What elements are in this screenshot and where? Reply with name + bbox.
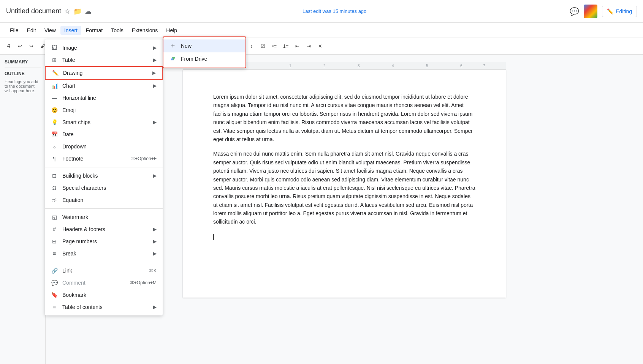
new-drawing-icon: + — [169, 43, 176, 49]
summary-label: SUMMARY — [5, 59, 41, 65]
menu-file[interactable]: File — [6, 26, 22, 35]
line-spacing-button[interactable]: ↕ — [246, 41, 257, 52]
menu-item-comment[interactable]: 💬 Comment ⌘+Option+M — [45, 277, 163, 289]
folder-icon[interactable]: 📁 — [73, 7, 82, 16]
decrease-indent-button[interactable]: ⇤ — [292, 41, 302, 52]
arrow-icon: ▶ — [153, 251, 157, 256]
ruler-mark-5: 5 — [426, 64, 428, 68]
text-cursor — [213, 234, 214, 240]
menu-item-smart-chips[interactable]: 💡 Smart chips ▶ — [45, 116, 163, 128]
menu-item-image[interactable]: 🖼 Image ▶ — [45, 42, 163, 54]
arrow-icon: ▶ — [152, 70, 156, 76]
menu-edit[interactable]: Edit — [23, 26, 40, 35]
arrow-icon: ▶ — [153, 239, 157, 244]
bullet-list-button[interactable]: •≡ — [269, 41, 280, 52]
menu-item-drawing[interactable]: ✏️ Drawing ▶ — [45, 66, 163, 80]
increase-indent-button[interactable]: ⇥ — [303, 41, 314, 52]
title-icons: ☆ 📁 ☁ — [64, 7, 92, 16]
from-drive-icon — [169, 55, 176, 62]
menu-item-emoji[interactable]: 😊 Emoji — [45, 104, 163, 116]
drawing-menu-icon: ✏️ — [52, 69, 59, 76]
special-chars-icon: Ω — [51, 184, 58, 191]
footnote-menu-icon: ¶ — [51, 155, 58, 162]
outline-hint: Headings you add to the document will ap… — [5, 79, 41, 93]
clear-format-button[interactable]: ✕ — [315, 41, 325, 52]
ruler-mark-3: 3 — [358, 64, 360, 68]
hline-menu-icon: — — [51, 95, 58, 101]
redo-icon[interactable]: ↪ — [26, 41, 36, 52]
last-edit-text: Last edit was 15 minutes ago — [302, 8, 366, 14]
headers-footers-icon: # — [51, 226, 58, 233]
smartchips-menu-icon: 💡 — [51, 119, 58, 126]
checklist-button[interactable]: ☑ — [258, 41, 268, 52]
arrow-icon: ▶ — [153, 227, 157, 232]
menu-item-chart[interactable]: 📊 Chart ▶ — [45, 80, 163, 92]
menu-item-break[interactable]: ≡ Break ▶ — [45, 247, 163, 260]
google-apps-icon[interactable] — [584, 5, 597, 18]
undo-icon[interactable]: ↩ — [14, 41, 25, 52]
menu-format[interactable]: Format — [82, 26, 106, 35]
menu-divider-1 — [45, 167, 163, 167]
menu-divider-3 — [45, 262, 163, 262]
arrow-icon: ▶ — [153, 45, 157, 50]
menu-tools[interactable]: Tools — [107, 26, 127, 35]
toc-icon: ≡ — [51, 304, 58, 310]
menu-item-date[interactable]: 📅 Date — [45, 128, 163, 140]
star-icon[interactable]: ☆ — [64, 7, 70, 16]
building-blocks-icon: ⊟ — [51, 172, 58, 179]
menu-item-table[interactable]: ⊞ Table ▶ — [45, 54, 163, 66]
submenu-from-drive[interactable]: From Drive — [163, 52, 245, 65]
menu-help[interactable]: Help — [162, 26, 181, 35]
menu-item-footnote[interactable]: ¶ Footnote ⌘+Option+F — [45, 153, 163, 165]
watermark-icon: ◱ — [51, 214, 58, 221]
comment-icon[interactable]: 💬 — [570, 7, 579, 16]
menu-item-hline[interactable]: — Horizontal line — [45, 92, 163, 104]
arrow-icon: ▶ — [153, 57, 157, 63]
image-menu-icon: 🖼 — [51, 44, 58, 51]
arrow-icon: ▶ — [153, 304, 157, 310]
sidebar: SUMMARY OUTLINE Headings you add to the … — [0, 55, 46, 364]
document-page[interactable]: Lorem ipsum dolor sit amet, consectetur … — [183, 70, 506, 298]
equation-icon: π² — [51, 197, 58, 203]
arrow-icon: ▶ — [153, 173, 157, 178]
bookmark-icon: 🔖 — [51, 292, 58, 298]
menu-item-toc[interactable]: ≡ Table of contents ▶ — [45, 301, 163, 313]
submenu-new[interactable]: + New — [163, 39, 245, 52]
doc-title[interactable]: Untitled document — [6, 7, 61, 15]
numbered-list-button[interactable]: 1≡ — [280, 41, 291, 52]
pencil-icon: ✏️ — [607, 8, 613, 14]
drawing-submenu: + New From Drive — [163, 36, 246, 68]
arrow-icon: ▶ — [153, 120, 157, 125]
paragraph-2: Massa enim nec dui nunc mattis enim. Sem… — [213, 150, 475, 226]
ruler-mark-7: 7 — [483, 64, 485, 68]
arrow-icon: ▶ — [153, 83, 157, 88]
menu-item-watermark[interactable]: ◱ Watermark — [45, 211, 163, 223]
emoji-menu-icon: 😊 — [51, 107, 58, 113]
print-icon[interactable]: 🖨 — [3, 41, 14, 52]
sidebar-divider — [5, 68, 41, 68]
page-numbers-icon: ⊟ — [51, 238, 58, 245]
table-menu-icon: ⊞ — [51, 57, 58, 63]
insert-menu: 🖼 Image ▶ ⊞ Table ▶ ✏️ Drawing ▶ 📊 Chart… — [45, 39, 163, 315]
menu-item-page-numbers[interactable]: ⊟ Page numbers ▶ — [45, 235, 163, 247]
menu-item-building-blocks[interactable]: ⊟ Building blocks ▶ — [45, 170, 163, 182]
menu-divider-2 — [45, 208, 163, 209]
cloud-icon[interactable]: ☁ — [85, 7, 92, 16]
menu-insert[interactable]: Insert — [60, 26, 81, 35]
menu-item-bookmark[interactable]: 🔖 Bookmark — [45, 289, 163, 301]
menu-item-headers-footers[interactable]: # Headers & footers ▶ — [45, 223, 163, 235]
ruler-mark-1: 1 — [289, 64, 291, 68]
menu-item-equation[interactable]: π² Equation — [45, 194, 163, 206]
editing-button[interactable]: ✏️ Editing — [602, 6, 637, 17]
dropdown-menu-icon: ⬦ — [51, 143, 58, 150]
menu-item-link[interactable]: 🔗 Link ⌘K — [45, 265, 163, 277]
ruler-mark-4: 4 — [392, 64, 394, 68]
menu-item-dropdown[interactable]: ⬦ Dropdown — [45, 140, 163, 153]
menu-bar: File Edit View Insert Format Tools Exten… — [0, 23, 643, 38]
break-icon: ≡ — [51, 250, 58, 257]
date-menu-icon: 📅 — [51, 131, 58, 138]
menu-item-special-chars[interactable]: Ω Special characters — [45, 182, 163, 194]
menu-extensions[interactable]: Extensions — [128, 26, 162, 35]
menu-view[interactable]: View — [41, 26, 60, 35]
ruler-mark-6: 6 — [460, 64, 462, 68]
